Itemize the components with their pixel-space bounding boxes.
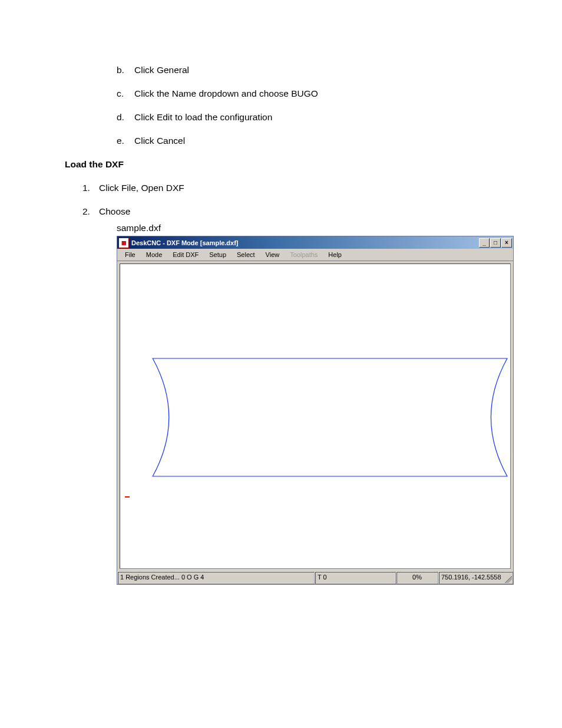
num-marker: 1. bbox=[82, 183, 99, 193]
step-e: e. Click Cancel bbox=[117, 136, 503, 146]
sample-filename: sample.dxf bbox=[117, 223, 503, 233]
step-marker: c. bbox=[117, 88, 134, 99]
step-d: d. Click Edit to load the configuration bbox=[117, 112, 503, 123]
status-coords: 750.1916, -142.5558 bbox=[438, 571, 513, 584]
resize-grip-icon[interactable] bbox=[505, 576, 512, 583]
step-text: Click the Name dropdown and choose BUGO bbox=[134, 88, 318, 99]
num-step-2: 2. Choose bbox=[82, 206, 503, 217]
menu-help[interactable]: Help bbox=[323, 250, 347, 259]
menu-file[interactable]: File bbox=[120, 250, 141, 259]
step-marker: d. bbox=[117, 112, 134, 123]
num-marker: 2. bbox=[82, 206, 99, 217]
drawing-canvas[interactable] bbox=[120, 263, 511, 569]
step-text: Click Edit to load the configuration bbox=[134, 112, 272, 123]
maximize-button[interactable]: □ bbox=[490, 238, 501, 248]
titlebar[interactable]: ▦ DeskCNC - DXF Mode [sample.dxf] _ □ × bbox=[117, 236, 513, 249]
num-text: Choose bbox=[99, 206, 130, 217]
step-text: Click General bbox=[134, 65, 189, 75]
statusbar: 1 Regions Created... 0 O G 4 T 0 0% 750.… bbox=[117, 571, 513, 584]
window-title: DeskCNC - DXF Mode [sample.dxf] bbox=[131, 239, 479, 246]
num-text: Click File, Open DXF bbox=[99, 183, 184, 193]
menu-mode[interactable]: Mode bbox=[141, 250, 168, 259]
menu-toolpaths: Toolpaths bbox=[285, 250, 323, 259]
section-heading: Load the DXF bbox=[65, 159, 503, 170]
app-window: ▦ DeskCNC - DXF Mode [sample.dxf] _ □ × … bbox=[117, 236, 514, 585]
step-b: b. Click General bbox=[117, 65, 503, 75]
menubar: File Mode Edit DXF Setup Select View Too… bbox=[117, 249, 513, 261]
app-icon: ▦ bbox=[118, 238, 129, 248]
menu-view[interactable]: View bbox=[260, 250, 285, 259]
step-marker: b. bbox=[117, 65, 134, 75]
menu-setup[interactable]: Setup bbox=[204, 250, 232, 259]
status-regions: 1 Regions Created... 0 O G 4 bbox=[117, 571, 315, 584]
status-percent: 0% bbox=[396, 571, 438, 584]
menu-select[interactable]: Select bbox=[232, 250, 260, 259]
step-c: c. Click the Name dropdown and choose BU… bbox=[117, 88, 503, 99]
close-button[interactable]: × bbox=[501, 238, 512, 248]
menu-editdxf[interactable]: Edit DXF bbox=[167, 250, 204, 259]
num-step-1: 1. Click File, Open DXF bbox=[82, 183, 503, 193]
minimize-button[interactable]: _ bbox=[479, 238, 490, 248]
status-tool: T 0 bbox=[315, 571, 396, 584]
step-marker: e. bbox=[117, 136, 134, 146]
step-text: Click Cancel bbox=[134, 136, 185, 146]
